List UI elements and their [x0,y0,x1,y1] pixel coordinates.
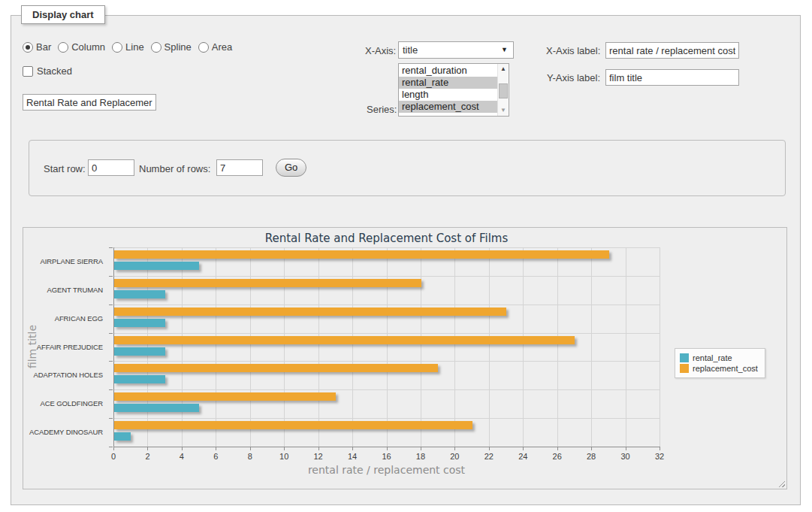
x-tick [113,447,114,450]
y-category-label: AGENT TRUMAN [23,286,103,294]
gridline-horizontal [114,304,660,305]
bar-replacement_cost [114,250,609,259]
chart-type-option-column[interactable]: Column [58,41,105,53]
x-axis-selected-value: title [403,44,418,56]
scrollbar-thumb[interactable] [499,83,508,98]
chart-type-label-column: Column [71,41,105,53]
legend-label-replacement_cost: replacement_cost [693,364,758,373]
bar-rental_rate [114,432,131,441]
go-button[interactable]: Go [276,159,306,177]
x-axis-label-input[interactable] [605,42,739,59]
radio-area[interactable] [198,42,209,53]
y-axis-label-caption: Y-Axis label: [547,72,600,83]
legend-swatch-replacement_cost [680,364,689,373]
series-options: rental_durationrental_ratelengthreplacem… [399,65,498,113]
gridline-vertical [352,247,353,447]
x-tick [352,447,353,450]
x-tick-label: 18 [409,452,432,461]
dropdown-arrow-icon[interactable]: ▼ [501,42,508,58]
x-tick-label: 28 [580,452,602,461]
radio-spline[interactable] [151,42,161,53]
x-tick-label: 10 [273,452,295,461]
series-option-replacement_cost[interactable]: replacement_cost [399,101,498,113]
y-category-label: ADAPTATION HOLES [23,371,103,379]
plot-area: 02468101214161820222426283032 [113,247,660,447]
gridline-vertical [591,247,592,447]
y-category-label: ACE GOLDFINGER [23,399,103,407]
chart-type-label-area: Area [212,41,232,53]
chart-type-option-bar[interactable]: Bar [23,41,51,53]
chart-title: Rental Rate and Replacement Cost of Film… [113,232,660,245]
resize-handle-icon[interactable] [777,479,785,487]
x-tick [284,447,285,450]
x-tick-label: 30 [614,452,637,461]
legend-label-rental_rate: rental_rate [693,353,732,362]
x-axis-select-label: X-Axis: [365,45,396,56]
number-of-rows-input[interactable] [216,159,263,176]
x-tick-label: 22 [478,452,500,461]
radio-line[interactable] [112,42,122,53]
gridline-vertical [318,247,319,447]
gridline-horizontal [114,389,660,390]
gridline-horizontal [114,276,660,277]
x-tick [557,447,558,450]
gridline-vertical [182,247,183,447]
bar-replacement_cost [114,336,575,344]
bar-replacement_cost [114,392,336,401]
x-tick [250,447,251,450]
series-option-rental_duration[interactable]: rental_duration [399,65,498,77]
y-axis-label-input[interactable] [605,69,739,86]
chart-type-option-spline[interactable]: Spline [151,41,192,53]
stacked-label: Stacked [37,65,72,77]
bar-replacement_cost [114,279,421,287]
y-category-label: ACADEMY DINOSAUR [23,428,103,436]
radio-bar[interactable] [23,42,33,53]
y-tick [109,389,113,390]
x-tick [660,447,660,450]
start-row-input[interactable] [88,159,134,176]
y-tick [109,247,113,248]
series-option-length[interactable]: length [399,89,498,101]
bar-replacement_cost [114,421,472,429]
scroll-up-icon[interactable]: ▲ [498,65,509,74]
fieldset-legend: Display chart [21,5,105,24]
x-tick-label: 6 [204,452,227,461]
chart-type-option-line[interactable]: Line [112,41,144,53]
chart-type-option-area[interactable]: Area [198,41,232,53]
series-option-rental_rate[interactable]: rental_rate [399,77,498,89]
x-tick [147,447,148,450]
chart-panel: Rental Rate and Replacement Cost of Film… [23,227,787,489]
chart-type-radio-group: BarColumnLineSplineArea [23,41,239,53]
bar-rental_rate [114,290,165,298]
start-row-label: Start row: [44,163,86,174]
bar-rental_rate [114,262,199,270]
stacked-option[interactable]: Stacked [23,65,72,77]
x-tick [523,447,524,450]
x-axis-title: rental rate / replacement cost [113,464,660,476]
y-tick [109,304,113,305]
x-tick-label: 12 [307,452,330,461]
chart-type-label-bar: Bar [36,41,51,53]
y-tick [109,361,113,362]
x-tick [421,447,421,450]
x-tick-label: 2 [136,452,158,461]
series-listbox[interactable]: rental_durationrental_ratelengthreplacem… [398,63,509,117]
y-category-labels: AIRPLANE SIERRAAGENT TRUMANAFRICAN EGGAF… [23,247,108,447]
gridline-horizontal [114,361,660,362]
gridline-vertical [387,247,388,447]
chart-type-label-spline: Spline [165,41,192,53]
chart-title-input[interactable] [23,94,156,111]
bar-rental_rate [114,404,199,412]
x-tick-label: 26 [546,452,569,461]
series-select-label: Series: [367,104,397,115]
bar-rental_rate [114,347,165,356]
listbox-scrollbar[interactable]: ▲ ▼ [497,64,509,116]
stacked-checkbox[interactable] [23,66,33,77]
radio-column[interactable] [58,42,68,53]
gridline-vertical [660,247,660,447]
y-category-label: AFRICAN EGG [23,314,103,323]
scroll-down-icon[interactable]: ▼ [498,106,509,115]
gridline-vertical [454,247,455,447]
x-axis-select[interactable]: title ▼ [398,41,514,59]
x-tick-label: 32 [648,452,671,461]
